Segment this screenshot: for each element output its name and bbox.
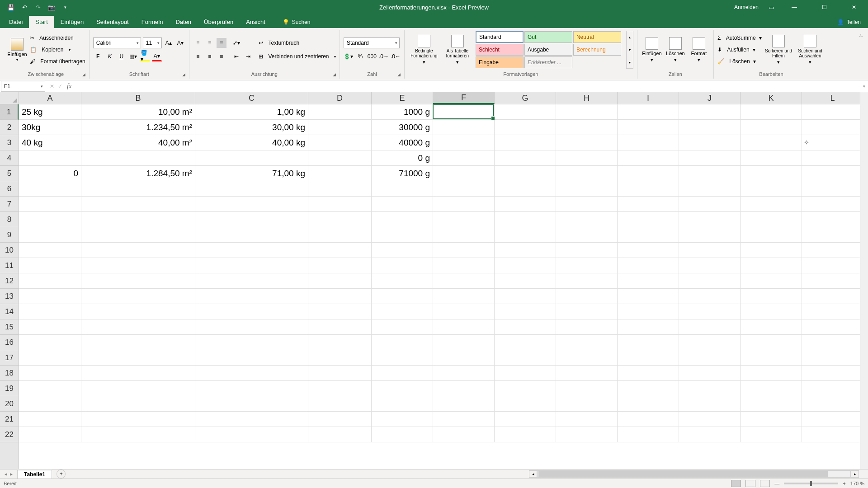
- font-name-dropdown[interactable]: Calibri: [93, 38, 141, 48]
- column-header[interactable]: L: [802, 92, 863, 104]
- percent-icon[interactable]: %: [355, 52, 365, 61]
- clipboard-launcher-icon[interactable]: ◢: [82, 72, 85, 77]
- minimize-button[interactable]: —: [784, 0, 805, 14]
- column-header[interactable]: B: [81, 92, 195, 104]
- align-center-icon[interactable]: ≡: [205, 52, 215, 61]
- cell-value[interactable]: 1000 g: [372, 104, 433, 120]
- column-header[interactable]: G: [495, 92, 556, 104]
- normal-view-button[interactable]: [731, 480, 741, 487]
- font-launcher-icon[interactable]: ◢: [182, 72, 185, 77]
- style-ausgabe[interactable]: Ausgabe: [524, 44, 572, 56]
- scroll-right-icon[interactable]: ▸: [851, 470, 859, 478]
- cell-value[interactable]: 40,00 m²: [81, 135, 195, 150]
- cell-value[interactable]: 40,00 kg: [195, 135, 308, 150]
- zoom-slider[interactable]: [784, 483, 838, 484]
- row-header[interactable]: 18: [0, 366, 19, 381]
- orientation-icon[interactable]: ⤢▾: [231, 38, 241, 48]
- style-neutral[interactable]: Neutral: [573, 31, 621, 43]
- cell-value[interactable]: 25 kg: [19, 104, 81, 120]
- tab-ueberpruefen[interactable]: Überprüfen: [198, 16, 240, 28]
- row-header[interactable]: 1: [0, 104, 19, 120]
- merge-center-button[interactable]: ⊞ Verbinden und zentrieren ▾: [259, 51, 336, 62]
- delete-cells-button[interactable]: Löschen▾: [665, 31, 686, 69]
- decrease-decimal-icon[interactable]: .0←: [391, 52, 401, 61]
- cell-value[interactable]: 30000 g: [372, 120, 433, 135]
- style-standard[interactable]: Standard: [476, 31, 524, 43]
- cell-value[interactable]: 0 g: [372, 150, 433, 166]
- cells-area[interactable]: 25 kg10,00 m²1,00 kg1000 g30kg1.234,50 m…: [19, 104, 868, 469]
- fx-icon[interactable]: fx: [67, 83, 71, 90]
- font-color-button[interactable]: A▾: [152, 52, 162, 61]
- thousands-icon[interactable]: 000: [367, 52, 377, 61]
- sort-filter-button[interactable]: Sortieren und Filtern▾: [764, 31, 793, 69]
- expand-formula-bar-icon[interactable]: ▾: [860, 84, 868, 89]
- wrap-text-button[interactable]: ↩ Textumbruch: [259, 38, 336, 48]
- column-header[interactable]: C: [195, 92, 308, 104]
- paste-button[interactable]: Einfügen ▾: [6, 31, 28, 69]
- column-header[interactable]: H: [556, 92, 618, 104]
- decrease-indent-icon[interactable]: ⇤: [231, 52, 241, 61]
- row-header[interactable]: 19: [0, 381, 19, 396]
- cell-value[interactable]: 1,00 kg: [195, 104, 308, 120]
- maximize-button[interactable]: ☐: [814, 0, 835, 14]
- find-select-button[interactable]: Suchen und Auswählen▾: [795, 31, 825, 69]
- row-header[interactable]: 6: [0, 181, 19, 197]
- underline-button[interactable]: U: [117, 52, 127, 61]
- align-right-icon[interactable]: ≡: [217, 52, 226, 61]
- style-gut[interactable]: Gut: [524, 31, 572, 43]
- column-header[interactable]: K: [741, 92, 802, 104]
- ribbon-search[interactable]: 💡 Suchen: [276, 16, 317, 28]
- row-header[interactable]: 13: [0, 289, 19, 304]
- cell-value[interactable]: 40 kg: [19, 135, 81, 150]
- tab-formeln[interactable]: Formeln: [135, 16, 170, 28]
- column-header[interactable]: E: [372, 92, 433, 104]
- tab-datei[interactable]: Datei: [3, 16, 29, 28]
- insert-cells-button[interactable]: Einfügen▾: [641, 31, 663, 69]
- increase-indent-icon[interactable]: ⇥: [243, 52, 253, 61]
- cell-value[interactable]: 30,00 kg: [195, 120, 308, 135]
- row-header[interactable]: 12: [0, 273, 19, 289]
- border-button[interactable]: ▦▾: [128, 52, 138, 61]
- formula-input[interactable]: [71, 81, 860, 92]
- camera-icon[interactable]: 📷: [48, 4, 55, 11]
- row-header[interactable]: 5: [0, 166, 19, 181]
- sheet-tab[interactable]: Tabelle1: [17, 470, 52, 479]
- cell-value[interactable]: 71000 g: [372, 166, 433, 181]
- format-painter-button[interactable]: 🖌 Format übertragen: [30, 56, 85, 67]
- cell-value[interactable]: 30kg: [19, 120, 81, 135]
- ribbon-display-icon[interactable]: ▭: [768, 4, 775, 11]
- add-sheet-button[interactable]: +: [57, 469, 66, 479]
- align-top-icon[interactable]: ≡: [193, 38, 203, 48]
- copy-button[interactable]: 📋 Kopieren ▾: [30, 44, 85, 55]
- zoom-in-button[interactable]: +: [843, 481, 845, 486]
- column-header[interactable]: F: [433, 92, 495, 104]
- tab-einfuegen[interactable]: Einfügen: [54, 16, 90, 28]
- row-header[interactable]: 7: [0, 197, 19, 212]
- row-header[interactable]: 3: [0, 135, 19, 150]
- cell-value[interactable]: 1.284,50 m²: [81, 166, 195, 181]
- horizontal-scrollbar[interactable]: ◂ ▸: [529, 470, 859, 478]
- vertical-scrollbar[interactable]: [860, 92, 868, 469]
- row-header[interactable]: 10: [0, 243, 19, 258]
- currency-icon[interactable]: 💲▾: [344, 52, 354, 61]
- name-box[interactable]: F1: [1, 81, 45, 92]
- autosum-button[interactable]: Σ AutoSumme ▾: [717, 33, 762, 43]
- clear-button[interactable]: 🧹 Löschen ▾: [717, 56, 762, 67]
- enter-formula-icon[interactable]: ✓: [58, 83, 62, 89]
- collapse-ribbon-icon[interactable]: ㄥ: [859, 33, 863, 38]
- save-icon[interactable]: 💾: [7, 4, 14, 11]
- cancel-formula-icon[interactable]: ✕: [50, 83, 54, 89]
- style-gallery-scroll[interactable]: ▴▾▾: [626, 31, 633, 69]
- page-layout-view-button[interactable]: [745, 480, 755, 487]
- grow-font-icon[interactable]: A▴: [164, 38, 174, 48]
- tab-seitenlayout[interactable]: Seitenlayout: [90, 16, 135, 28]
- undo-icon[interactable]: ↶: [21, 4, 28, 11]
- row-header[interactable]: 15: [0, 319, 19, 335]
- bold-button[interactable]: F: [93, 52, 103, 61]
- increase-decimal-icon[interactable]: .0→: [379, 52, 389, 61]
- fill-color-button[interactable]: 🪣▾: [140, 52, 150, 61]
- row-header[interactable]: 14: [0, 304, 19, 319]
- tab-start[interactable]: Start: [29, 16, 54, 28]
- style-schlecht[interactable]: Schlecht: [476, 44, 524, 56]
- share-button[interactable]: Teilen: [847, 19, 861, 25]
